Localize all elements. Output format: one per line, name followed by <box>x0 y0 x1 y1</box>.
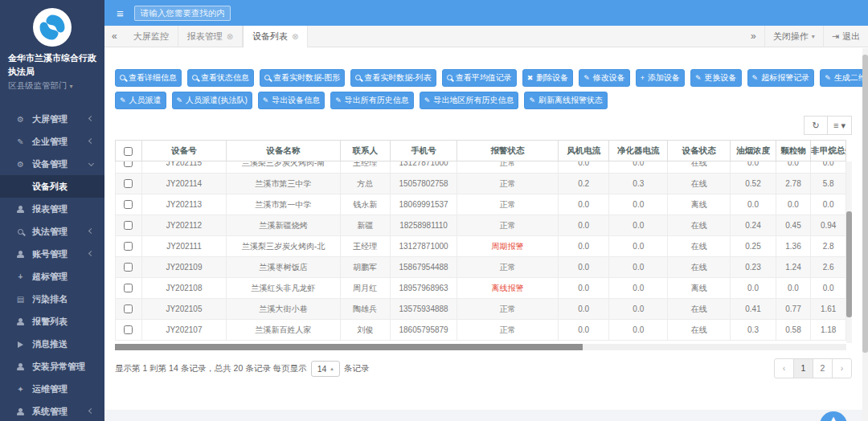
global-search-input[interactable] <box>134 6 231 21</box>
sidebar-item-pollution-ranking[interactable]: ▤污染排名 <box>0 288 104 310</box>
table-vertical-scrollbar-thumb[interactable] <box>846 211 852 317</box>
columns-toggle-button[interactable]: ≡ ▾ <box>828 116 852 135</box>
row-checkbox[interactable] <box>124 305 133 313</box>
row-checkbox[interactable] <box>124 200 133 209</box>
row-checkbox[interactable] <box>124 221 133 230</box>
tabs-scroll-right-icon[interactable]: » <box>743 26 764 47</box>
refresh-button[interactable]: ↻ <box>804 116 828 135</box>
table-row[interactable]: JY202111兰溪梨三岁炭火烤肉-北王经理13127871000周期报警0.0… <box>116 236 846 257</box>
generate-qrcode-button[interactable]: ✎生成二维码 <box>820 69 868 87</box>
export-region-all-history-button[interactable]: ✎导出地区所有历史信息 <box>420 92 519 109</box>
tab-label: 大屏监控 <box>133 31 169 43</box>
dispatch-personnel-enforcement-button[interactable]: ✎人员派遣(执法队) <box>172 92 252 109</box>
column-header-contact[interactable]: 联系人 <box>340 141 390 161</box>
table-row[interactable]: JY202115兰溪梨三岁炭火烤肉-南王经理13127871000正常0.00.… <box>116 161 846 174</box>
view-average-records-button[interactable]: 查看平均值记录 <box>442 69 517 87</box>
table-row[interactable]: JY202107兰溪新百姓人家刘俊18605795879正常0.00.0在线0.… <box>116 320 846 341</box>
table-horizontal-scrollbar-thumb[interactable] <box>115 344 583 350</box>
table-row[interactable]: JY202114兰溪市第三中学方总15057802758正常0.20.3在线0.… <box>116 174 846 194</box>
refresh-offline-alarm-status-button[interactable]: ✎刷新离线报警状态 <box>524 92 608 109</box>
cell-device-no: JY202105 <box>141 299 226 320</box>
column-header-alarm-status[interactable]: 报警状态 <box>457 141 558 161</box>
tabs-scroll-left-icon[interactable]: « <box>104 31 125 42</box>
tab-close-icon[interactable]: ⊗ <box>292 32 298 41</box>
export-all-history-button[interactable]: ✎导出所有历史信息 <box>330 92 414 109</box>
cell-device-no: JY202112 <box>141 215 226 236</box>
device-table: 设备号设备名称联系人手机号报警状态风机电流净化器电流设备状态油烟浓度颗粒物非甲烷… <box>115 140 852 350</box>
cell-particulate: 0.77 <box>776 299 811 320</box>
column-header-phone[interactable]: 手机号 <box>390 141 457 161</box>
table-row[interactable]: JY202113兰溪市第一中学钱永新18069991537正常0.00.0离线0… <box>116 194 846 215</box>
pencil-icon: ✎ <box>14 131 27 153</box>
edit-icon: ✎ <box>263 97 269 104</box>
sidebar-item-report-mgmt[interactable]: 报表管理 <box>0 198 104 220</box>
sidebar-item-ops-mgmt[interactable]: ✦运维管理 <box>0 378 104 400</box>
page-next-button[interactable]: › <box>832 358 852 378</box>
row-checkbox[interactable] <box>124 284 133 292</box>
column-header-device-no[interactable]: 设备号 <box>141 141 226 161</box>
menu-toggle-icon[interactable]: ≡ <box>117 7 124 19</box>
row-checkbox[interactable] <box>124 325 133 334</box>
column-header-device-status[interactable]: 设备状态 <box>668 141 731 161</box>
button-label: 导出所有历史信息 <box>345 95 409 106</box>
sidebar-item-install-exception-mgmt[interactable]: 安装异常管理 <box>0 355 104 378</box>
sidebar-item-device-list[interactable]: 设备列表 <box>0 175 104 198</box>
page-2-button[interactable]: 2 <box>813 358 833 378</box>
device-table-body: JY202115兰溪梨三岁炭火烤肉-南王经理13127871000正常0.00.… <box>115 161 846 341</box>
column-header-device-name[interactable]: 设备名称 <box>227 141 341 161</box>
export-device-info-button[interactable]: ✎导出设备信息 <box>258 92 326 109</box>
select-all-checkbox[interactable] <box>124 147 133 156</box>
search-icon <box>447 75 452 82</box>
sidebar-item-label: 消息推送 <box>32 339 68 349</box>
sidebar-item-device-mgmt[interactable]: ⚙设备管理 <box>0 153 104 175</box>
over-limit-alarm-records-button[interactable]: ✎超标报警记录 <box>747 69 815 87</box>
sidebar-item-system-mgmt[interactable]: 系统管理 <box>0 400 104 421</box>
sidebar-item-account-mgmt[interactable]: 账号管理 <box>0 243 104 265</box>
sidebar-item-enforcement-mgmt[interactable]: 执法管理 <box>0 220 104 243</box>
sidebar-item-over-limit-mgmt[interactable]: +超标管理 <box>0 265 104 288</box>
delete-device-button[interactable]: ✖删除设备 <box>522 69 574 87</box>
column-header-nmhc[interactable]: 非甲烷总烃 <box>811 141 846 161</box>
column-header-oil-concentration[interactable]: 油烟浓度 <box>731 141 776 161</box>
cell-alarm-status: 正常 <box>457 257 558 278</box>
logout-label: 退出 <box>842 31 860 43</box>
column-header-particulate[interactable]: 颗粒物 <box>776 141 811 161</box>
page-1-button[interactable]: 1 <box>793 358 813 378</box>
modify-device-button[interactable]: ✎修改设备 <box>579 69 630 87</box>
replace-device-button[interactable]: ✎更换设备 <box>690 69 742 87</box>
org-role-dropdown[interactable]: 区县级监管部门 ▾ <box>0 80 104 92</box>
page-prev-button[interactable]: ‹ <box>774 358 794 378</box>
cell-particulate: 0.0 <box>776 278 811 299</box>
table-row[interactable]: JY202108兰溪红头非凡龙虾周月红18957968963离线报警0.00.0… <box>116 278 846 299</box>
sidebar-item-screen-mgmt[interactable]: ⚙大屏管理 <box>0 108 104 130</box>
tab-screen-monitor[interactable]: 大屏监控 <box>125 26 178 47</box>
table-row[interactable]: JY202109兰溪枣树饭店胡鹏军15867954488正常0.00.0在线0.… <box>116 257 846 278</box>
column-header-fan-current[interactable]: 风机电流 <box>558 141 609 161</box>
row-checkbox[interactable] <box>124 179 133 188</box>
close-operations-dropdown[interactable]: 关闭操作 ▾ <box>764 26 823 47</box>
tab-device-list[interactable]: 设备列表⊗ <box>243 26 308 47</box>
sidebar-item-alarm-list[interactable]: 报警列表 <box>0 310 104 333</box>
add-device-button[interactable]: +添加设备 <box>636 69 685 87</box>
view-realtime-list-button[interactable]: 查看实时数据-列表 <box>350 69 436 87</box>
page-scrollbar-thumb[interactable] <box>862 55 868 353</box>
sidebar-item-label: 系统管理 <box>32 407 68 416</box>
table-row[interactable]: JY202105兰溪大街小巷陶雄兵13575934888正常0.00.0在线0.… <box>116 299 846 320</box>
view-status-button[interactable]: 查看状态信息 <box>187 69 254 87</box>
tab-report-mgmt[interactable]: 报表管理⊗ <box>178 26 243 47</box>
row-checkbox[interactable] <box>124 263 133 272</box>
row-checkbox[interactable] <box>124 161 133 167</box>
tab-close-icon[interactable]: ⊗ <box>227 32 233 41</box>
row-checkbox[interactable] <box>124 242 133 251</box>
button-label: 修改设备 <box>593 72 625 84</box>
table-row[interactable]: JY202112兰溪新疆烧烤新疆18258981110正常0.00.0在线0.2… <box>116 215 846 236</box>
column-header-purifier-current[interactable]: 净化器电流 <box>609 141 668 161</box>
view-realtime-chart-button[interactable]: 查看实时数据-图形 <box>260 69 345 87</box>
tabbar-right: » 关闭操作 ▾ ⇥ 退出 <box>743 26 868 47</box>
sidebar-item-enterprise-mgmt[interactable]: ✎企业管理 <box>0 130 104 153</box>
view-detail-button[interactable]: 查看详细信息 <box>115 69 182 87</box>
sidebar-item-message-push[interactable]: 消息推送 <box>0 333 104 355</box>
page-size-select[interactable]: 14 ▴ <box>311 361 340 377</box>
logout-button[interactable]: ⇥ 退出 <box>823 26 868 47</box>
dispatch-personnel-button[interactable]: ✎人员派遣 <box>115 92 166 109</box>
